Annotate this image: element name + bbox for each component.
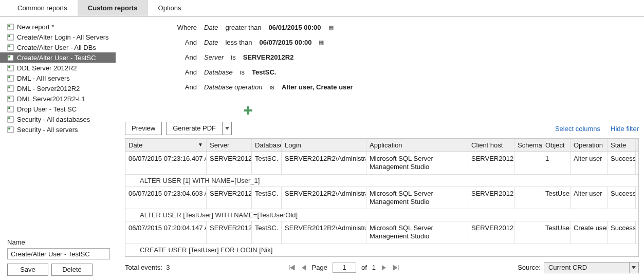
filter-value[interactable]: 06/07/2015 00:00: [260, 39, 312, 46]
svg-rect-15: [8, 97, 10, 99]
report-item[interactable]: Security - All servers: [0, 124, 116, 135]
filter-value[interactable]: TestSC.: [252, 68, 276, 76]
page-input[interactable]: [333, 263, 356, 273]
filter-field[interactable]: Date: [204, 39, 218, 46]
delete-button[interactable]: Delete: [51, 264, 93, 276]
tab-custom-reports[interactable]: Custom reports: [78, 0, 148, 16]
filter-row: WhereDategreater than06/01/2015 00:00▦: [125, 24, 639, 31]
row-detail: CREATE USER [TestUser] FOR LOGIN [Nik]: [125, 244, 638, 256]
col-login[interactable]: Login: [282, 139, 366, 152]
svg-rect-21: [8, 127, 10, 129]
sidebar: New report *Create/Alter Login - All Ser…: [0, 16, 116, 279]
calendar-icon[interactable]: ▦: [319, 39, 324, 46]
svg-rect-19: [8, 117, 10, 119]
pager-first[interactable]: [288, 264, 296, 271]
svg-rect-11: [8, 76, 10, 78]
save-button[interactable]: Save: [7, 264, 48, 276]
report-item-label: DML - Server2012R2: [17, 85, 80, 92]
pager-next[interactable]: [381, 264, 387, 271]
page-label: Page: [312, 264, 327, 271]
preview-button[interactable]: Preview: [125, 122, 162, 135]
col-schema[interactable]: Schema: [514, 139, 542, 152]
filter-field[interactable]: Database: [204, 68, 233, 76]
report-item-label: Security - All servers: [17, 126, 78, 134]
total-events-label: Total events:: [125, 264, 162, 271]
report-item-label: New report *: [17, 23, 54, 31]
chevron-down-icon: [629, 263, 638, 273]
svg-rect-9: [8, 66, 10, 68]
row-detail: ALTER USER [1] WITH NAME=[User_1]: [125, 175, 638, 187]
report-item[interactable]: Create/Alter User - TestSC: [0, 52, 116, 63]
calendar-icon[interactable]: ▦: [328, 24, 334, 31]
filter-row: AndServerisSERVER2012R2: [125, 53, 639, 61]
report-item-label: DDL Server 2012R2: [17, 64, 77, 72]
page-of-label: of: [361, 264, 367, 271]
col-object[interactable]: Object: [542, 139, 571, 152]
col-client-host[interactable]: Client host: [468, 139, 514, 152]
tab-options[interactable]: Options: [148, 0, 192, 16]
table-row[interactable]: 06/07/2015 07:23:04.603 AMSERVER2012R2Te…: [125, 187, 638, 210]
filter-field[interactable]: Database operation: [204, 83, 262, 91]
select-columns-link[interactable]: Select columns: [555, 125, 600, 133]
filter-row: AndDatabase operationisAlter user, Creat…: [125, 83, 639, 91]
filter-op[interactable]: is: [240, 68, 245, 76]
filter-value[interactable]: SERVER2012R2: [243, 53, 294, 61]
col-date[interactable]: Date▼: [125, 139, 207, 152]
filter-value[interactable]: Alter user, Create user: [282, 83, 353, 91]
pager-prev[interactable]: [301, 264, 307, 271]
report-item[interactable]: New report *: [0, 22, 116, 32]
source-label: Source:: [518, 264, 541, 271]
filter-field[interactable]: Date: [204, 24, 218, 31]
col-application[interactable]: Application: [366, 139, 468, 152]
add-filter-button[interactable]: [125, 105, 639, 116]
report-name-input[interactable]: [7, 248, 110, 259]
report-item[interactable]: Security - All dastabases: [0, 114, 116, 124]
svg-rect-13: [8, 86, 10, 88]
page-total: 1: [372, 264, 376, 271]
filter-op[interactable]: less than: [225, 39, 252, 46]
filter-conj: And: [176, 83, 197, 91]
generate-pdf-dropdown[interactable]: [223, 122, 232, 135]
report-item-label: Create/Alter User - TestSC: [17, 54, 96, 62]
results-table: Date▼ Server Database Login Application …: [125, 138, 639, 257]
svg-rect-7: [8, 55, 10, 58]
table-row[interactable]: 06/07/2015 07:23:16.407 AMSERVER2012R2Te…: [125, 152, 638, 175]
col-state[interactable]: State: [608, 139, 636, 152]
filter-op[interactable]: is: [269, 83, 274, 91]
col-server[interactable]: Server: [207, 139, 252, 152]
table-row[interactable]: 06/07/2015 07:20:04.147 AMSERVER2012R2Te…: [125, 221, 638, 244]
svg-rect-3: [8, 35, 10, 37]
report-item-label: Drop User - Test SC: [17, 105, 77, 113]
table-header: Date▼ Server Database Login Application …: [125, 139, 638, 152]
report-item-label: Create/Alter User - All DBs: [17, 44, 96, 51]
source-select[interactable]: Current CRD: [544, 262, 639, 273]
report-item-label: DML Server2012R2-L1: [17, 95, 85, 103]
hide-filter-link[interactable]: Hide filter: [611, 125, 639, 133]
generate-pdf-button[interactable]: Generate PDF: [166, 122, 223, 135]
report-item[interactable]: DML - Server2012R2: [0, 83, 116, 94]
filter-op[interactable]: greater than: [225, 24, 261, 31]
report-item-label: Security - All dastabases: [17, 116, 90, 123]
report-item[interactable]: DML - AlII servers: [0, 73, 116, 83]
report-item[interactable]: DML Server2012R2-L1: [0, 94, 116, 104]
report-item-label: DML - AlII servers: [17, 74, 70, 82]
report-item[interactable]: Create/Alter User - All DBs: [0, 42, 116, 52]
source-value: Current CRD: [544, 264, 629, 271]
pager-last[interactable]: [392, 264, 399, 271]
report-item[interactable]: DDL Server 2012R2: [0, 63, 116, 73]
report-item[interactable]: Create/Alter Login - All Servers: [0, 32, 116, 42]
tab-common-reports[interactable]: Common reports: [7, 0, 78, 16]
filter-op[interactable]: is: [231, 53, 235, 61]
col-operation[interactable]: Operation: [571, 139, 608, 152]
col-database[interactable]: Database: [252, 139, 282, 152]
filter-value[interactable]: 06/01/2015 00:00: [269, 24, 321, 31]
filter-conj: And: [176, 53, 197, 61]
report-item-label: Create/Alter Login - All Servers: [17, 33, 108, 41]
name-label: Name: [7, 238, 108, 246]
tab-bar: Common reports Custom reports Options: [0, 0, 644, 16]
report-item[interactable]: Drop User - Test SC: [0, 104, 116, 114]
filter-conj: Where: [176, 24, 197, 31]
filter-field[interactable]: Server: [204, 53, 224, 61]
row-detail: ALTER USER [TestUser] WITH NAME=[TestUse…: [125, 209, 638, 221]
filter-row: AndDatabaseisTestSC.: [125, 68, 639, 76]
